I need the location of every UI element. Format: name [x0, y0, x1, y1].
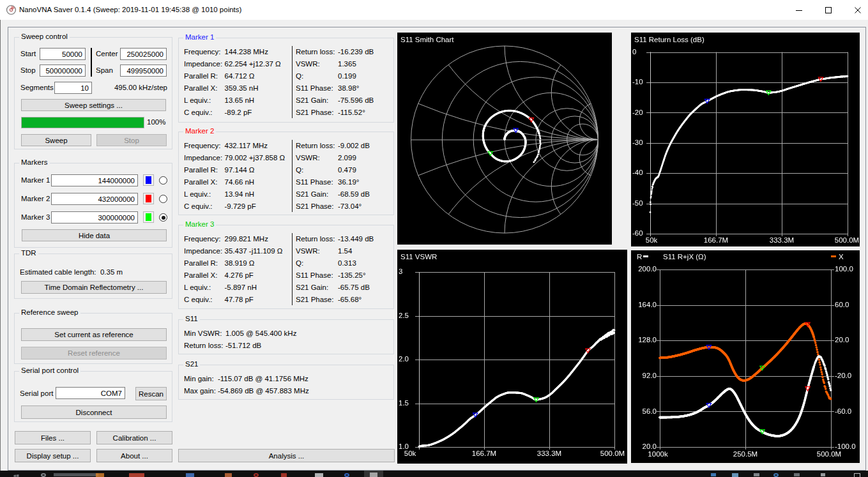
- sweep-settings-button[interactable]: Sweep settings ...: [21, 99, 166, 111]
- marker2-data-box: Marker 2 Frequency:432.117 MHzImpedance:…: [178, 132, 394, 215]
- maximize-button[interactable]: [814, 0, 843, 20]
- tray-icon-2[interactable]: [732, 473, 738, 477]
- marker2-left-label-3: Parallel X:: [184, 176, 217, 188]
- center-input[interactable]: [120, 48, 167, 60]
- marker-color-swatch-3[interactable]: [143, 211, 154, 223]
- marker-select-radio-3[interactable]: [159, 213, 167, 222]
- marker2-right-label-0: Return loss:: [296, 140, 335, 152]
- calibration-button[interactable]: Calibration ...: [96, 431, 172, 444]
- search-text[interactable]: [54, 473, 98, 476]
- start-input[interactable]: [40, 48, 86, 60]
- s21-summary-title: S21: [183, 360, 200, 368]
- app-icon-5[interactable]: [254, 473, 259, 477]
- span-input[interactable]: [120, 64, 167, 77]
- marker1-left-value-3: 359.35 nH: [225, 82, 259, 95]
- marker3-left-value-1: 35.437 -j11.109 Ω: [225, 245, 283, 257]
- set-reference-button[interactable]: Set current as reference: [21, 328, 167, 341]
- stop-input[interactable]: [40, 64, 86, 77]
- start-button[interactable]: [12, 473, 20, 477]
- app-icon-7[interactable]: [315, 473, 323, 477]
- app-icon-6[interactable]: [281, 473, 287, 477]
- about-button[interactable]: About ...: [96, 449, 172, 462]
- files-button[interactable]: Files ...: [15, 431, 91, 444]
- marker2-left-value-0: 432.117 MHz: [225, 140, 268, 152]
- marker2-right-label-3: S11 Phase:: [296, 176, 333, 188]
- action-center-icon[interactable]: [854, 473, 860, 477]
- return-loss-chart[interactable]: [631, 33, 860, 246]
- marker3-left-label-0: Frequency:: [184, 233, 221, 245]
- cable-length-value: 0.35 m: [100, 268, 123, 276]
- marker-color-swatch-2[interactable]: [143, 193, 154, 204]
- active-app-tile[interactable]: [364, 471, 383, 477]
- tray-icon-3[interactable]: [754, 473, 759, 476]
- marker1-left-value-1: 62.254 +j12.37 Ω: [225, 58, 281, 70]
- hide-data-button[interactable]: Hide data: [22, 229, 167, 241]
- marker2-left-value-3: 74.66 nH: [225, 176, 255, 188]
- s11-min-vswr-label: Min VSWR:: [184, 328, 222, 340]
- marker-color-swatch-1[interactable]: [143, 174, 154, 186]
- tdr-button[interactable]: Time Domain Reflectometry ...: [21, 281, 167, 294]
- app-icon-3[interactable]: [186, 473, 194, 477]
- sweep-progress-bar: [21, 117, 144, 128]
- vswr-chart[interactable]: [397, 250, 627, 464]
- segments-label: Segments: [20, 82, 54, 94]
- reset-reference-button[interactable]: Reset reference: [21, 347, 167, 360]
- minimize-button[interactable]: [784, 0, 814, 20]
- serial-port-input[interactable]: [56, 387, 125, 399]
- window-left-edge: [0, 0, 1, 471]
- marker-select-radio-2[interactable]: [159, 195, 167, 203]
- marker1-left-label-4: L equiv.:: [184, 95, 211, 107]
- marker2-right-value-0: -9.002 dB: [338, 140, 370, 152]
- marker-color-2: [146, 195, 151, 202]
- smith-chart[interactable]: [397, 33, 612, 245]
- segments-input[interactable]: [54, 82, 92, 94]
- marker3-right-value-3: -135.25°: [338, 269, 366, 282]
- close-button[interactable]: [843, 0, 868, 20]
- app-icon-8[interactable]: [344, 473, 349, 477]
- marker1-left-label-1: Impedance:: [184, 58, 222, 70]
- app-icon-2[interactable]: [129, 473, 144, 477]
- marker3-right-value-4: -65.75 dB: [338, 282, 370, 294]
- r-jx-chart[interactable]: [631, 250, 860, 463]
- marker3-right-label-1: VSWR:: [296, 245, 320, 257]
- tray-icon-5[interactable]: [794, 473, 800, 476]
- tdr-group: TDR Estimated cable length: 0.35 m Time …: [14, 254, 172, 299]
- rescan-button[interactable]: Rescan: [135, 387, 167, 400]
- tray-icon-1[interactable]: [711, 473, 716, 476]
- marker2-right-label-5: S21 Phase:: [296, 201, 333, 213]
- window-title: NanoVNA Saver 0.1.4 (Sweep: 2019-11-01 1…: [19, 0, 241, 20]
- marker-frequency-input-3[interactable]: [51, 211, 138, 223]
- disconnect-button[interactable]: Disconnect: [21, 405, 167, 419]
- analysis-button[interactable]: Analysis ...: [178, 449, 395, 462]
- marker3-right-value-2: 0.313: [338, 257, 356, 269]
- markers-group: Markers Marker 1Marker 2Marker 3 Hide da…: [14, 163, 172, 248]
- marker3-right-value-5: -65.68°: [338, 294, 362, 306]
- stop-button[interactable]: Stop: [96, 134, 167, 146]
- tray-icon-4[interactable]: [773, 473, 779, 477]
- s21-min-gain-label: Min gain:: [184, 373, 214, 385]
- center-label: Center: [96, 48, 118, 60]
- reference-sweep-group: Reference sweep Set current as reference…: [14, 313, 172, 364]
- marker2-divider: [292, 140, 293, 212]
- tray-chevron[interactable]: [821, 473, 825, 476]
- marker3-divider: [292, 233, 293, 305]
- serial-port-group: Serial port control Serial port Rescan D…: [14, 371, 172, 422]
- marker3-right-label-5: S21 Phase:: [296, 294, 333, 306]
- marker1-left-value-2: 64.712 Ω: [225, 70, 255, 82]
- marker3-right-label-2: Q:: [296, 257, 303, 269]
- sweep-button[interactable]: Sweep: [21, 134, 91, 146]
- app-icon-1[interactable]: [96, 473, 104, 477]
- display-setup-button[interactable]: Display setup ...: [15, 449, 91, 462]
- marker1-right-value-1: 1.365: [338, 58, 356, 70]
- app-icon-4[interactable]: [225, 473, 232, 477]
- taskbar[interactable]: [0, 471, 868, 477]
- marker-select-radio-1[interactable]: [159, 176, 167, 185]
- marker2-right-value-4: -68.59 dB: [338, 188, 370, 201]
- marker-frequency-input-1[interactable]: [51, 174, 138, 186]
- s21-summary-box: S21 Min gain: -115.07 dB @ 41.1756 MHz M…: [178, 365, 394, 400]
- marker1-divider: [292, 46, 293, 118]
- search-icon[interactable]: [41, 473, 46, 477]
- marker2-left-value-2: 97.144 Ω: [225, 164, 255, 176]
- marker-frequency-input-2[interactable]: [51, 193, 138, 205]
- stop-label: Stop: [20, 64, 36, 77]
